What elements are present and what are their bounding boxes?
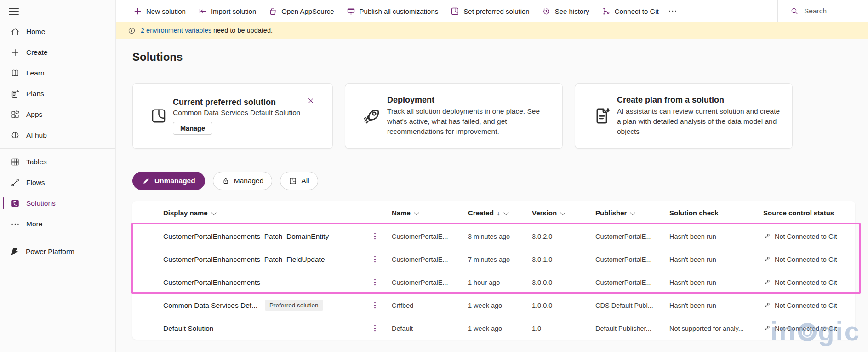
column-header-solution-check: Solution check: [669, 209, 763, 217]
cell-display-name: CustomerPortalEnhancements_Patch_DomainE…: [132, 231, 392, 241]
search-icon: [790, 6, 799, 16]
sidebar-item-label: Solutions: [26, 199, 56, 208]
search-input[interactable]: Search: [777, 0, 868, 22]
sidebar-item-home[interactable]: Home: [0, 21, 115, 42]
cell-source-control-status: Not Connected to Git: [763, 278, 855, 286]
sidebar-item-create[interactable]: Create: [0, 42, 115, 63]
row-more-menu-icon[interactable]: [370, 300, 380, 310]
row-more-menu-icon[interactable]: [370, 231, 380, 241]
deployment-card: Deployment Track all solution deployment…: [345, 83, 563, 149]
solution-display-name[interactable]: CustomerPortalEnhancements_Patch_DomainE…: [163, 232, 329, 241]
cell-solution-check: Hasn't been run: [669, 302, 763, 309]
cell-display-name: Default Solution: [132, 323, 392, 333]
table-body: CustomerPortalEnhancements_Patch_DomainE…: [132, 225, 855, 340]
column-header-name[interactable]: Name: [392, 209, 468, 217]
row-more-menu-icon[interactable]: [370, 277, 380, 287]
row-more-menu-icon[interactable]: [370, 254, 380, 264]
sidebar-divider: [0, 148, 115, 149]
table-row[interactable]: CustomerPortalEnhancementsCustomerPortal…: [132, 271, 855, 294]
sidebar-item-flows[interactable]: Flows: [0, 172, 115, 193]
cell-source-control-status: Not Connected to Git: [763, 301, 855, 309]
see-history-button[interactable]: See history: [536, 0, 595, 22]
sidebar-item-more[interactable]: More: [0, 214, 115, 234]
import-solution-button[interactable]: Import solution: [192, 0, 262, 22]
sidebar-item-label: Flows: [26, 179, 45, 187]
column-header-created[interactable]: Created↓: [468, 209, 532, 217]
card-subtitle: Common Data Services Default Solution: [173, 109, 300, 117]
page-title: Solutions: [132, 51, 183, 63]
cell-version: 3.0.1.0: [532, 256, 595, 263]
apps-icon: [10, 110, 20, 120]
table-row[interactable]: Default SolutionDefault1 week ago1.0Defa…: [132, 317, 855, 340]
card-title: Create plan from a solution: [617, 95, 783, 105]
chevron-down-icon: [560, 210, 565, 215]
cell-name: Crffbed: [392, 302, 468, 309]
cell-name: CustomerPortalE...: [392, 256, 468, 263]
sidebar-item-power-platform[interactable]: Power Platform: [0, 241, 115, 262]
table-row[interactable]: Common Data Services Def...Preferred sol…: [132, 294, 855, 317]
sidebar-item-label: Create: [26, 48, 48, 57]
sidebar-item-label: Home: [26, 28, 45, 36]
sidebar-item-plans[interactable]: Plans: [0, 83, 115, 104]
solution-display-name[interactable]: CustomerPortalEnhancements_Patch_FieldUp…: [163, 255, 325, 264]
cell-created: 7 minutes ago: [468, 256, 532, 263]
cell-source-control-status: Not Connected to Git: [763, 232, 855, 240]
git-branch-icon: [601, 6, 611, 16]
column-header-version[interactable]: Version: [532, 209, 595, 217]
git-disconnected-icon: [763, 324, 771, 332]
sidebar-item-ai-hub[interactable]: AI hub: [0, 125, 115, 145]
connect-to-git-button[interactable]: Connect to Git: [595, 0, 665, 22]
hamburger-menu-icon[interactable]: [7, 5, 21, 18]
cell-display-name: CustomerPortalEnhancements: [132, 277, 392, 287]
pencil-icon: [142, 177, 150, 185]
column-header-display-name[interactable]: Display name: [132, 209, 392, 217]
sidebar-item-tables[interactable]: Tables: [0, 151, 115, 172]
solutions-table: Display nameNameCreated↓VersionPublisher…: [132, 201, 855, 340]
sidebar-item-label: Plans: [26, 90, 44, 98]
publish-icon: [346, 6, 356, 16]
environment-variables-link[interactable]: 2 environment variables: [141, 27, 211, 34]
sidebar-item-label: More: [26, 220, 42, 228]
sidebar-item-apps[interactable]: Apps: [0, 104, 115, 125]
filter-managed[interactable]: Managed: [213, 172, 273, 190]
cell-publisher: CustomerPortalE...: [595, 233, 669, 240]
git-disconnected-icon: [763, 232, 771, 240]
column-header-publisher[interactable]: Publisher: [595, 209, 669, 217]
solutions-icon: [10, 198, 20, 208]
row-more-menu-icon[interactable]: [370, 323, 380, 333]
filter-unmanaged[interactable]: Unmanaged: [132, 172, 205, 190]
table-row[interactable]: CustomerPortalEnhancements_Patch_DomainE…: [132, 225, 855, 248]
notification-bar: 2 environment variables need to be updat…: [116, 22, 868, 39]
new-solution-button[interactable]: New solution: [127, 0, 192, 22]
sidebar-item-learn[interactable]: Learn: [0, 63, 115, 83]
solution-display-name[interactable]: CustomerPortalEnhancements: [163, 278, 260, 287]
solution-filters: UnmanagedManagedAll: [132, 172, 318, 190]
git-disconnected-icon: [763, 301, 771, 309]
open-appsource-button[interactable]: Open AppSource: [262, 0, 340, 22]
cell-publisher: CustomerPortalE...: [595, 256, 669, 263]
manage-button[interactable]: Manage: [173, 122, 212, 135]
overflow-menu-button[interactable]: [668, 6, 678, 16]
publish-all-customizations-button[interactable]: Publish all customizations: [340, 0, 445, 22]
close-icon[interactable]: [307, 97, 315, 105]
cell-version: 1.0: [532, 325, 595, 332]
cell-source-control-status: Not Connected to Git: [763, 324, 855, 332]
sidebar-item-solutions[interactable]: Solutions: [0, 193, 115, 214]
search-placeholder: Search: [804, 7, 827, 15]
solution-display-name[interactable]: Common Data Services Def...: [163, 301, 257, 310]
cell-publisher: CDS Default Publ...: [595, 302, 669, 309]
ai-hub-icon: [10, 130, 20, 140]
solution-display-name[interactable]: Default Solution: [163, 324, 213, 333]
cell-solution-check: Hasn't been run: [669, 256, 763, 263]
appsource-bag-icon: [268, 6, 278, 16]
set-preferred-solution-button[interactable]: Set preferred solution: [444, 0, 535, 22]
cell-version: 3.0.0.0: [532, 279, 595, 286]
command-bar: New solutionImport solutionOpen AppSourc…: [116, 0, 868, 22]
plans-icon: [10, 89, 20, 99]
cell-name: Default: [392, 325, 468, 332]
filter-all[interactable]: All: [280, 172, 318, 190]
solution-box-icon: [289, 177, 297, 185]
info-icon: [127, 26, 136, 35]
table-row[interactable]: CustomerPortalEnhancements_Patch_FieldUp…: [132, 248, 855, 271]
git-disconnected-icon: [763, 255, 771, 263]
